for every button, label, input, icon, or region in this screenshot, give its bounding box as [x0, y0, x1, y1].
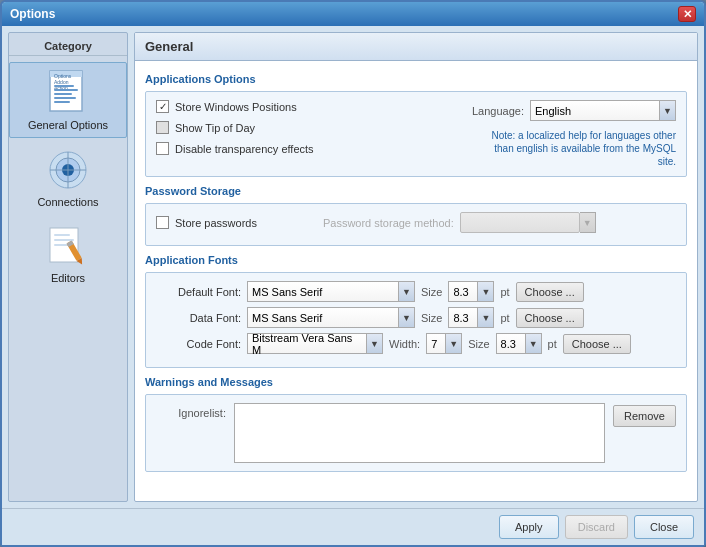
code-size-group: 8.3 ▼	[496, 333, 542, 354]
pwd-method-select-group: ▼	[460, 212, 596, 233]
pwd-method-label: Password storage method:	[323, 217, 454, 229]
sidebar-item-connections[interactable]: Connections	[9, 140, 127, 214]
disable-transparency-row: Disable transparency effects	[156, 142, 314, 155]
disable-transparency-checkbox[interactable]	[156, 142, 169, 155]
main-content: Category Options Addon Action	[2, 26, 704, 508]
default-font-label: Default Font:	[156, 286, 241, 298]
default-size-arrow[interactable]: ▼	[478, 281, 494, 302]
default-font-size[interactable]: 8.3	[448, 281, 478, 302]
svg-rect-18	[54, 244, 68, 246]
default-font-value[interactable]: MS Sans Serif	[247, 281, 399, 302]
sidebar: Category Options Addon Action	[8, 32, 128, 502]
svg-rect-16	[54, 234, 70, 236]
pt-label-1: pt	[500, 286, 509, 298]
data-size-group: 8.3 ▼	[448, 307, 494, 328]
connections-icon	[44, 146, 92, 194]
data-font-label: Data Font:	[156, 312, 241, 324]
svg-rect-7	[54, 93, 72, 95]
panel-body: Applications Options Store Windows Posit…	[135, 61, 697, 501]
app-fonts-title: Application Fonts	[145, 254, 687, 266]
size-label-3: Size	[468, 338, 489, 350]
size-label-1: Size	[421, 286, 442, 298]
code-size-arrow[interactable]: ▼	[526, 333, 542, 354]
svg-rect-9	[54, 101, 70, 103]
ignorelist-label: Ignorelist:	[156, 403, 226, 419]
sidebar-label-editors: Editors	[51, 272, 85, 284]
default-font-arrow[interactable]: ▼	[399, 281, 415, 302]
remove-button[interactable]: Remove	[613, 405, 676, 427]
width-label: Width:	[389, 338, 420, 350]
code-font-size[interactable]: 8.3	[496, 333, 526, 354]
show-tip-checkbox[interactable]	[156, 121, 169, 134]
sidebar-label-connections: Connections	[37, 196, 98, 208]
editors-icon	[44, 222, 92, 270]
code-font-value[interactable]: Bitstream Vera Sans M	[247, 333, 367, 354]
code-width-arrow[interactable]: ▼	[446, 333, 462, 354]
ignorelist-input[interactable]	[234, 403, 605, 463]
language-label: Language:	[472, 105, 524, 117]
pt-label-3: pt	[548, 338, 557, 350]
language-note: Note: a localized help for languages oth…	[476, 129, 676, 168]
warnings-section: Ignorelist: Remove	[145, 394, 687, 472]
title-bar: Options ✕	[2, 2, 704, 26]
app-fonts-section: Default Font: MS Sans Serif ▼ Size 8.3 ▼…	[145, 272, 687, 368]
data-size-arrow[interactable]: ▼	[478, 307, 494, 328]
close-window-button[interactable]: ✕	[678, 6, 696, 22]
svg-rect-17	[54, 239, 74, 241]
language-select-value[interactable]: English	[530, 100, 660, 121]
sidebar-header: Category	[9, 37, 127, 56]
apply-button[interactable]: Apply	[499, 515, 559, 539]
store-windows-row: Store Windows Positions	[156, 100, 314, 113]
default-size-group: 8.3 ▼	[448, 281, 494, 302]
code-width-group: 7 ▼	[426, 333, 462, 354]
sidebar-label-general: General Options	[28, 119, 108, 131]
default-font-row: Default Font: MS Sans Serif ▼ Size 8.3 ▼…	[156, 281, 676, 302]
store-passwords-checkbox[interactable]	[156, 216, 169, 229]
language-select-group: English ▼	[530, 100, 676, 121]
password-storage-section: Store passwords Password storage method:…	[145, 203, 687, 246]
data-font-choose-button[interactable]: Choose ...	[516, 308, 584, 328]
warnings-title: Warnings and Messages	[145, 376, 687, 388]
store-windows-checkbox[interactable]	[156, 100, 169, 113]
default-font-choose-button[interactable]: Choose ...	[516, 282, 584, 302]
sidebar-item-editors[interactable]: Editors	[9, 216, 127, 290]
store-windows-label: Store Windows Positions	[175, 101, 297, 113]
options-window: Options ✕ Category Options Addon Action	[0, 0, 706, 547]
window-title: Options	[10, 7, 55, 21]
language-dropdown-arrow[interactable]: ▼	[660, 100, 676, 121]
panel-title: General	[135, 33, 697, 61]
discard-button[interactable]: Discard	[565, 515, 628, 539]
code-font-width[interactable]: 7	[426, 333, 446, 354]
store-passwords-row: Store passwords Password storage method:…	[156, 212, 676, 233]
button-bar: Apply Discard Close	[2, 508, 704, 545]
data-font-size[interactable]: 8.3	[448, 307, 478, 328]
code-font-arrow[interactable]: ▼	[367, 333, 383, 354]
code-font-choose-button[interactable]: Choose ...	[563, 334, 631, 354]
data-font-value[interactable]: MS Sans Serif	[247, 307, 399, 328]
pwd-method-dropdown-arrow: ▼	[580, 212, 596, 233]
show-tip-label: Show Tip of Day	[175, 122, 255, 134]
close-button[interactable]: Close	[634, 515, 694, 539]
sidebar-item-general[interactable]: Options Addon Action General Options	[9, 62, 127, 138]
language-row: Language: English ▼	[472, 100, 676, 121]
right-panel: General Applications Options Store Windo…	[134, 32, 698, 502]
right-options: Language: English ▼ Note: a localized he…	[472, 100, 676, 168]
ignorelist-row: Ignorelist: Remove	[156, 403, 676, 463]
app-options-title: Applications Options	[145, 73, 687, 85]
disable-transparency-label: Disable transparency effects	[175, 143, 314, 155]
pwd-method-select-value	[460, 212, 580, 233]
svg-rect-5	[54, 85, 74, 87]
data-font-select-group: MS Sans Serif ▼	[247, 307, 415, 328]
code-font-select-group: Bitstream Vera Sans M ▼	[247, 333, 383, 354]
svg-rect-6	[54, 89, 78, 91]
app-options-section: Store Windows Positions Show Tip of Day …	[145, 91, 687, 177]
pt-label-2: pt	[500, 312, 509, 324]
size-label-2: Size	[421, 312, 442, 324]
data-font-arrow[interactable]: ▼	[399, 307, 415, 328]
svg-rect-8	[54, 97, 76, 99]
code-font-row: Code Font: Bitstream Vera Sans M ▼ Width…	[156, 333, 676, 354]
store-passwords-label: Store passwords	[175, 217, 257, 229]
code-font-label: Code Font:	[156, 338, 241, 350]
app-options-top-row: Store Windows Positions Show Tip of Day …	[156, 100, 676, 168]
show-tip-row: Show Tip of Day	[156, 121, 314, 134]
